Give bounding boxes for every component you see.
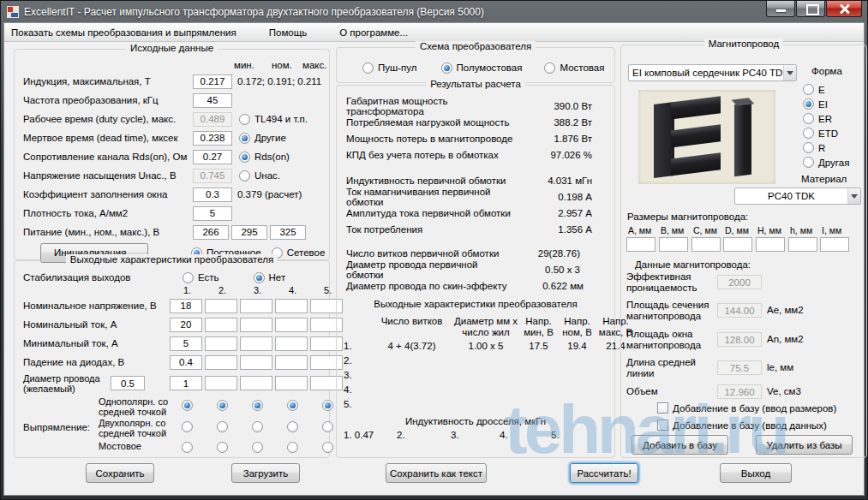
field-label: Сопротивление канала Rds(on), Ом (23, 152, 193, 162)
dim-i-input[interactable] (820, 237, 849, 252)
checkbox-label: Добавление в базу (ввод данных) (673, 420, 827, 431)
nom-voltage-input-3[interactable] (240, 299, 272, 313)
rect-bipolar-radio-5[interactable] (322, 421, 333, 432)
nom-current-input-3[interactable] (240, 318, 272, 332)
core-data-label: Данные магнитопровода: (635, 259, 751, 270)
usat-radio[interactable] (239, 170, 250, 182)
wire-diameter-input-2[interactable] (205, 376, 237, 390)
dead-time-input[interactable] (193, 131, 232, 146)
tl494-radio[interactable] (239, 114, 250, 125)
nom-current-input-4[interactable] (275, 318, 308, 332)
diode-drop-input-1[interactable] (170, 355, 202, 370)
stab-yes-radio[interactable] (183, 272, 194, 283)
shape-etd-radio[interactable] (803, 128, 814, 139)
wire-diameter-input-4[interactable] (275, 376, 308, 390)
induction-input[interactable] (193, 74, 232, 89)
shape-er-radio[interactable] (803, 113, 814, 124)
maximize-icon[interactable] (796, 1, 825, 17)
rect-bridge-radio-3[interactable] (252, 442, 263, 453)
min-current-input-3[interactable] (240, 336, 272, 351)
nom-current-input-2[interactable] (205, 318, 237, 332)
add-db-sizes-checkbox[interactable] (657, 402, 668, 414)
field-label: Номинальное напряжение, В (23, 301, 170, 311)
nom-voltage-input-1[interactable] (170, 299, 202, 313)
rect-unipolar-radio-4[interactable] (287, 400, 298, 411)
diode-drop-input-3[interactable] (240, 355, 272, 370)
load-button[interactable]: Загрузить (231, 463, 300, 483)
dim-b-input[interactable] (659, 237, 688, 252)
supply-nom-input[interactable] (231, 225, 267, 240)
supply-max-input[interactable] (270, 225, 306, 240)
frequency-input[interactable] (193, 93, 232, 108)
shape-e-radio[interactable] (803, 84, 814, 95)
delete-from-db-button[interactable]: Удалить из базы (756, 435, 853, 455)
other-drivers-radio[interactable] (239, 133, 250, 144)
add-to-db-button[interactable]: Добавить в базу (632, 435, 728, 455)
dim-d-input[interactable] (723, 237, 752, 252)
min-current-input-4[interactable] (275, 336, 308, 351)
rect-bridge-radio-5[interactable] (322, 442, 333, 453)
dim-a-input[interactable] (626, 237, 655, 252)
rect-bridge-radio-1[interactable] (182, 442, 193, 453)
min-current-input-2[interactable] (205, 336, 237, 351)
rect-unipolar-radio-2[interactable] (217, 400, 228, 411)
menu-about[interactable]: О программе... (332, 26, 415, 39)
rect-bipolar-radio-4[interactable] (287, 421, 298, 432)
save-button[interactable]: Сохранить (86, 463, 154, 483)
shape-r-radio[interactable] (803, 142, 814, 153)
window-fill-input[interactable] (193, 188, 232, 202)
row-window-fill: Коэффициент заполнения окна 0.379 (расче… (15, 185, 329, 204)
field-label: Номинальный ток, А (23, 319, 170, 330)
pushpull-radio[interactable] (362, 62, 374, 74)
current-density-input[interactable] (193, 206, 232, 221)
minimize-icon[interactable] (766, 1, 795, 17)
halfbridge-radio[interactable] (441, 62, 452, 74)
close-icon[interactable] (826, 1, 862, 17)
duty-cycle-input (193, 112, 232, 127)
menu-show-schemes[interactable]: Показать схемы преобразования и выпрямле… (11, 26, 243, 39)
result-value: 0.50 x 3 (517, 265, 602, 275)
wire-diameter-desired-input[interactable] (111, 376, 145, 390)
dc-supply-radio[interactable] (191, 247, 202, 259)
min-current-input-1[interactable] (170, 336, 202, 351)
rds-on-input[interactable] (193, 150, 232, 164)
shape-ei-radio[interactable] (803, 98, 814, 110)
row-current-density: Плотность тока, А/мм2 (15, 204, 329, 223)
nom-voltage-input-2[interactable] (205, 299, 237, 313)
output-table-row-2: 2. (337, 353, 614, 367)
rect-unipolar-radio-3[interactable] (252, 400, 263, 411)
menu-help[interactable]: Помощь (262, 26, 314, 39)
rect-bridge-radio-2[interactable] (217, 442, 228, 453)
shape-other-radio[interactable] (803, 157, 814, 168)
add-db-data-checkbox[interactable] (657, 420, 668, 431)
dim-c-input[interactable] (691, 237, 721, 252)
wire-diameter-input-1[interactable] (170, 376, 202, 390)
nom-current-input-1[interactable] (170, 318, 202, 332)
rect-bipolar-radio-3[interactable] (252, 421, 263, 432)
radio-label: Нет (269, 272, 286, 283)
ac-supply-radio[interactable] (272, 247, 283, 259)
rect-bipolar-radio-1[interactable] (182, 421, 193, 432)
supply-min-input[interactable] (193, 225, 229, 240)
bridge-radio[interactable] (544, 62, 555, 74)
diode-drop-input-2[interactable] (205, 355, 237, 370)
diode-drop-input-4[interactable] (275, 355, 308, 370)
save-as-text-button[interactable]: Сохранить как текст (386, 463, 487, 483)
rect-unipolar-radio-1[interactable] (182, 400, 193, 411)
result-value: 4.031 мГн (517, 176, 602, 186)
dim-h2-input[interactable] (788, 237, 817, 252)
dim-h-input[interactable] (756, 237, 785, 252)
material-select[interactable]: PC40 TDK (734, 188, 861, 205)
rect-bridge-radio-4[interactable] (287, 442, 298, 453)
stab-no-radio[interactable] (254, 272, 265, 283)
field-label: Падение на диодах, В (23, 357, 170, 367)
field-label: Стабилизация выходов (23, 272, 183, 283)
exit-button[interactable]: Выход (720, 463, 792, 483)
calculate-button[interactable]: Рассчитать! (570, 463, 638, 483)
core-type-select[interactable]: EI комповый сердечник PC40 TD (628, 64, 797, 81)
rds-on-radio[interactable] (239, 152, 250, 163)
wire-diameter-input-3[interactable] (240, 376, 272, 390)
rect-bipolar-radio-2[interactable] (217, 421, 228, 432)
rect-unipolar-radio-5[interactable] (322, 400, 333, 411)
nom-voltage-input-4[interactable] (275, 299, 308, 313)
